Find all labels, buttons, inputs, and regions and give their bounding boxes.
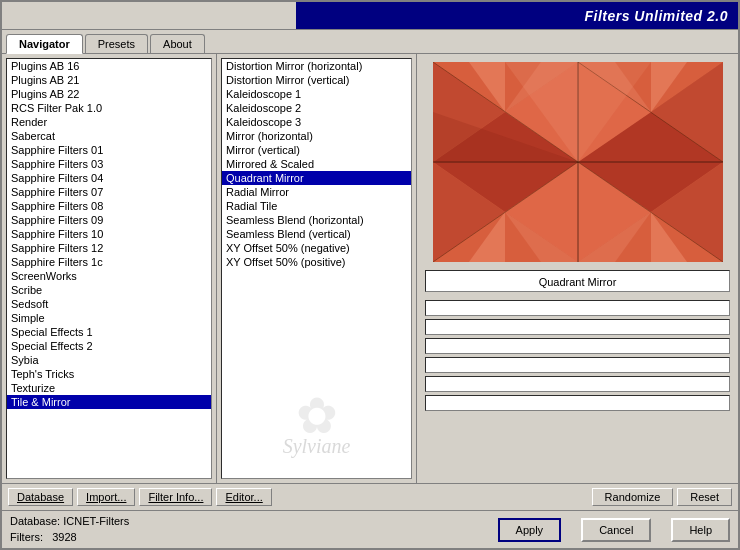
help-button[interactable]: Help (671, 518, 730, 542)
list-item[interactable]: RCS Filter Pak 1.0 (7, 101, 211, 115)
list-item[interactable]: Sapphire Filters 01 (7, 143, 211, 157)
effect-item-mirrored-scaled[interactable]: Mirrored & Scaled (222, 157, 411, 171)
effect-item[interactable]: Kaleidoscope 1 (222, 87, 411, 101)
param-rows (425, 300, 730, 411)
list-item[interactable]: Sedsoft (7, 297, 211, 311)
effect-item[interactable]: XY Offset 50% (positive) (222, 255, 411, 269)
list-item[interactable]: Sapphire Filters 04 (7, 171, 211, 185)
effect-item[interactable]: Kaleidoscope 3 (222, 115, 411, 129)
effect-item[interactable]: Seamless Blend (vertical) (222, 227, 411, 241)
param-row-6[interactable] (425, 395, 730, 411)
list-item[interactable]: Plugins AB 16 (7, 59, 211, 73)
filter-info-button[interactable]: Filter Info... (139, 488, 212, 506)
list-item[interactable]: Sapphire Filters 09 (7, 213, 211, 227)
effect-name-display: Quadrant Mirror (425, 270, 730, 292)
db-status: Database: ICNET-Filters (10, 514, 129, 529)
import-button[interactable]: Import... (77, 488, 135, 506)
title-bar: Filters Unlimited 2.0 (2, 2, 738, 30)
title-text: Filters Unlimited 2.0 (584, 8, 728, 24)
apply-button[interactable]: Apply (498, 518, 562, 542)
bottom-toolbar: Database Import... Filter Info... Editor… (2, 483, 738, 510)
tab-presets[interactable]: Presets (85, 34, 148, 53)
list-item[interactable]: Sabercat (7, 129, 211, 143)
effects-list[interactable]: Distortion Mirror (horizontal) Distortio… (221, 58, 412, 479)
editor-button[interactable]: Editor... (216, 488, 271, 506)
tab-navigator[interactable]: Navigator (6, 34, 83, 54)
preview-image (433, 62, 723, 262)
list-item[interactable]: Sapphire Filters 12 (7, 241, 211, 255)
randomize-button[interactable]: Randomize (592, 488, 674, 506)
main-content: Plugins AB 16 Plugins AB 21 Plugins AB 2… (2, 54, 738, 483)
list-item[interactable]: Texturize (7, 381, 211, 395)
param-row-1[interactable] (425, 300, 730, 316)
list-item[interactable]: Sapphire Filters 10 (7, 227, 211, 241)
list-item[interactable]: Sapphire Filters 08 (7, 199, 211, 213)
cancel-button[interactable]: Cancel (581, 518, 651, 542)
status-bar: Database: ICNET-Filters Filters: 3928 Ap… (2, 510, 738, 548)
preview-svg (433, 62, 723, 262)
main-window: Filters Unlimited 2.0 Navigator Presets … (0, 0, 740, 550)
param-row-5[interactable] (425, 376, 730, 392)
tab-about[interactable]: About (150, 34, 205, 53)
reset-button[interactable]: Reset (677, 488, 732, 506)
filter-count-status: Filters: 3928 (10, 530, 129, 545)
database-button[interactable]: Database (8, 488, 73, 506)
list-item[interactable]: Render (7, 115, 211, 129)
effect-item-selected[interactable]: Quadrant Mirror (222, 171, 411, 185)
list-item[interactable]: Special Effects 2 (7, 339, 211, 353)
left-panel: Plugins AB 16 Plugins AB 21 Plugins AB 2… (2, 54, 217, 483)
param-row-4[interactable] (425, 357, 730, 373)
param-row-2[interactable] (425, 319, 730, 335)
effect-item[interactable]: Distortion Mirror (horizontal) (222, 59, 411, 73)
middle-panel: Distortion Mirror (horizontal) Distortio… (217, 54, 417, 483)
list-item[interactable]: Special Effects 1 (7, 325, 211, 339)
right-panel: Quadrant Mirror (417, 54, 738, 483)
effect-item[interactable]: Kaleidoscope 2 (222, 101, 411, 115)
list-item[interactable]: Sapphire Filters 03 (7, 157, 211, 171)
list-item[interactable]: Scribe (7, 283, 211, 297)
effect-item[interactable]: XY Offset 50% (negative) (222, 241, 411, 255)
effect-item[interactable]: Radial Tile (222, 199, 411, 213)
effect-item[interactable]: Mirror (horizontal) (222, 129, 411, 143)
list-item[interactable]: Teph's Tricks (7, 367, 211, 381)
effect-item[interactable]: Seamless Blend (horizontal) (222, 213, 411, 227)
effect-item[interactable]: Mirror (vertical) (222, 143, 411, 157)
effect-item[interactable]: Radial Mirror (222, 185, 411, 199)
list-item[interactable]: Sapphire Filters 07 (7, 185, 211, 199)
effect-item[interactable]: Distortion Mirror (vertical) (222, 73, 411, 87)
list-item[interactable]: Plugins AB 21 (7, 73, 211, 87)
tab-bar: Navigator Presets About (2, 30, 738, 54)
list-item[interactable]: Simple (7, 311, 211, 325)
list-item[interactable]: Plugins AB 22 (7, 87, 211, 101)
list-item-selected[interactable]: Tile & Mirror (7, 395, 211, 409)
filter-category-list[interactable]: Plugins AB 16 Plugins AB 21 Plugins AB 2… (6, 58, 212, 479)
list-item[interactable]: Sybia (7, 353, 211, 367)
list-item[interactable]: ScreenWorks (7, 269, 211, 283)
list-item[interactable]: Sapphire Filters 1c (7, 255, 211, 269)
param-row-3[interactable] (425, 338, 730, 354)
